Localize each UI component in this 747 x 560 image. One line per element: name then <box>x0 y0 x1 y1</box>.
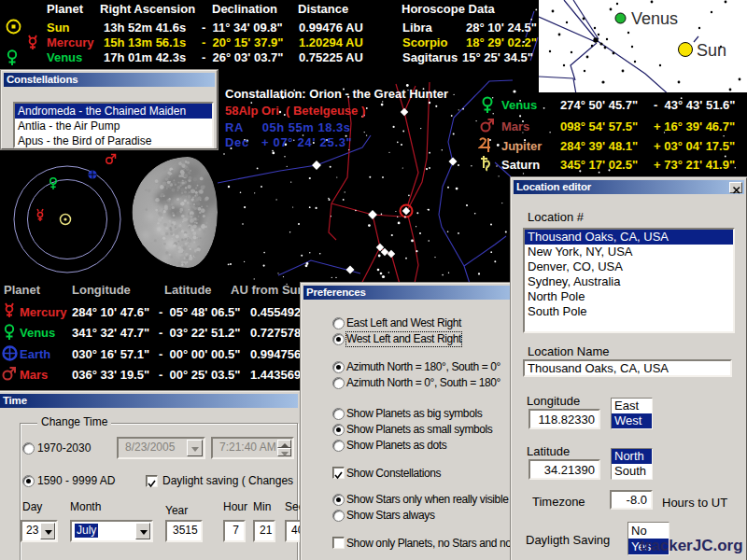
svg-text:Venus: Venus <box>631 9 678 28</box>
svg-text:Sun: Sun <box>697 41 726 60</box>
